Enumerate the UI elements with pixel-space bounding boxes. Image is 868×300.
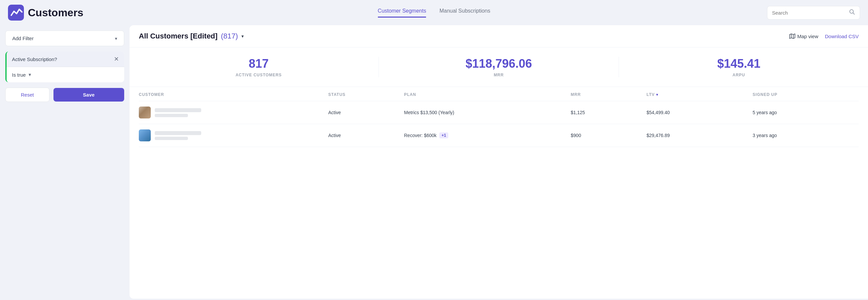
content-title: All Customers [Edited] — [139, 32, 217, 40]
filter-close-button[interactable]: ✕ — [114, 56, 119, 62]
table-row[interactable]: Active Recover: $600k +1 $900 $29,476.89… — [139, 124, 859, 147]
app-logo-icon — [8, 5, 24, 21]
stat-mrr-label: MRR — [379, 73, 619, 77]
customer-name-blur-sm — [155, 114, 188, 117]
filter-value-chevron-icon: ▾ — [29, 72, 31, 78]
plan-extra-badge: +1 — [439, 132, 448, 138]
signed-up-cell-1: 5 years ago — [753, 110, 859, 115]
main-nav: Customer Segments Manual Subscriptions — [112, 8, 756, 18]
plan-cell-1: Metrics $13,500 (Yearly) — [404, 110, 571, 115]
ltv-cell-2: $29,476.89 — [647, 133, 753, 138]
add-filter-button[interactable]: Add Filter ▾ — [5, 31, 124, 46]
avatar — [139, 106, 151, 119]
map-view-button[interactable]: Map view — [789, 33, 818, 39]
customer-cell-1 — [139, 106, 329, 119]
stat-arpu-value: $145.41 — [619, 57, 859, 71]
status-badge: Active — [329, 110, 404, 115]
action-row: Reset Save — [5, 88, 124, 102]
status-badge: Active — [329, 133, 404, 138]
map-icon — [789, 33, 795, 39]
mrr-cell-1: $1,125 — [571, 110, 647, 115]
stat-arpu-label: ARPU — [619, 73, 859, 77]
app-header: Customers Customer Segments Manual Subsc… — [0, 0, 868, 25]
th-ltv-label: LTV — [647, 92, 655, 97]
stat-active-customers: 817 ACTIVE CUSTOMERS — [139, 57, 379, 77]
sidebar: Add Filter ▾ Active Subscription? ✕ Is t… — [0, 25, 129, 299]
ltv-sort-icon: ▾ — [656, 93, 658, 97]
content-title-area: All Customers [Edited] (817) ▾ — [139, 32, 244, 40]
logo-area: Customers — [8, 5, 101, 21]
filter-header: Active Subscription? ✕ — [7, 52, 124, 67]
search-bar[interactable] — [767, 6, 860, 20]
app-title: Customers — [28, 7, 83, 19]
stat-active-customers-label: ACTIVE CUSTOMERS — [139, 73, 378, 77]
filter-value-row: Is true ▾ — [7, 67, 124, 82]
ltv-cell-1: $54,499.40 — [647, 110, 753, 115]
tab-manual-subscriptions[interactable]: Manual Subscriptions — [439, 8, 490, 18]
filter-value-label: Is true — [12, 72, 26, 78]
th-status: STATUS — [329, 92, 404, 97]
plan-label-1: Metrics $13,500 (Yearly) — [404, 110, 454, 115]
header-actions: Map view Download CSV — [789, 33, 859, 39]
filter-value-select[interactable]: Is true ▾ — [12, 72, 31, 78]
stats-row: 817 ACTIVE CUSTOMERS $118,796.06 MRR $14… — [129, 47, 868, 87]
main-layout: Add Filter ▾ Active Subscription? ✕ Is t… — [0, 25, 868, 299]
map-view-label: Map view — [797, 34, 818, 39]
customer-table: CUSTOMER STATUS PLAN MRR LTV ▾ SIGNED UP — [129, 87, 868, 147]
th-ltv[interactable]: LTV ▾ — [647, 92, 753, 97]
reset-button[interactable]: Reset — [5, 88, 50, 102]
svg-marker-3 — [789, 34, 795, 38]
th-mrr: MRR — [571, 92, 647, 97]
th-signed-up: SIGNED UP — [753, 92, 859, 97]
save-button[interactable]: Save — [54, 88, 124, 102]
add-filter-label: Add Filter — [12, 35, 34, 41]
table-header: CUSTOMER STATUS PLAN MRR LTV ▾ SIGNED UP — [139, 87, 859, 101]
add-filter-chevron-icon: ▾ — [115, 36, 117, 41]
th-plan: PLAN — [404, 92, 571, 97]
content-header: All Customers [Edited] (817) ▾ Map view … — [129, 25, 868, 47]
signed-up-cell-2: 3 years ago — [753, 133, 859, 138]
filter-card: Active Subscription? ✕ Is true ▾ — [5, 52, 124, 82]
content-area: All Customers [Edited] (817) ▾ Map view … — [129, 25, 868, 299]
search-icon — [849, 9, 855, 16]
customer-cell-2 — [139, 129, 329, 141]
filter-name-label: Active Subscription? — [12, 57, 57, 62]
stat-active-customers-value: 817 — [139, 57, 378, 71]
content-title-dropdown-icon[interactable]: ▾ — [241, 34, 244, 39]
mrr-cell-2: $900 — [571, 133, 647, 138]
plan-label-2: Recover: $600k — [404, 133, 437, 138]
plan-cell-2: Recover: $600k +1 — [404, 132, 571, 138]
customer-count: (817) — [221, 32, 238, 40]
stat-mrr: $118,796.06 MRR — [379, 57, 619, 77]
customer-name-blur-sm — [155, 137, 188, 140]
customer-name-blur — [155, 131, 201, 135]
tab-customer-segments[interactable]: Customer Segments — [378, 8, 426, 18]
table-row[interactable]: Active Metrics $13,500 (Yearly) $1,125 $… — [139, 101, 859, 124]
download-csv-button[interactable]: Download CSV — [825, 34, 859, 39]
th-customer: CUSTOMER — [139, 92, 329, 97]
avatar — [139, 129, 151, 141]
svg-line-2 — [853, 12, 855, 14]
search-input[interactable] — [772, 10, 846, 15]
customer-name-blur — [155, 108, 201, 112]
stat-mrr-value: $118,796.06 — [379, 57, 619, 71]
stat-arpu: $145.41 ARPU — [619, 57, 859, 77]
